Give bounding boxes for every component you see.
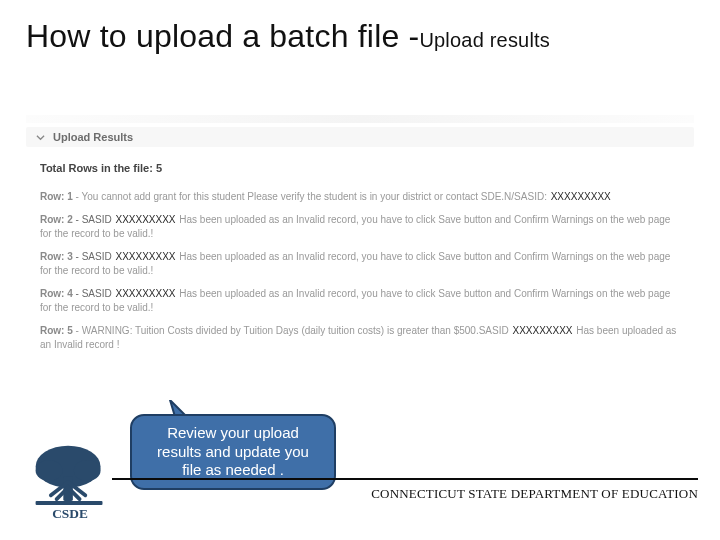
masked-id: XXXXXXXXX <box>114 214 176 225</box>
row-number: Row: 3 <box>40 251 73 262</box>
csde-logo: CSDE <box>22 438 118 524</box>
svg-point-1 <box>36 460 63 481</box>
row-number: Row: 5 <box>40 325 73 336</box>
title-dash: - <box>409 18 420 54</box>
row-text: - You cannot add grant for this student … <box>73 191 550 202</box>
masked-id: XXXXXXXXX <box>114 251 176 262</box>
slide: How to upload a batch file -Upload resul… <box>0 0 720 540</box>
panel-top-strip <box>26 115 694 123</box>
callout-text: Review your upload results and update yo… <box>146 424 320 480</box>
logo-label: CSDE <box>52 506 88 521</box>
row-text-a: - SASID <box>73 251 115 262</box>
title-sub: Upload results <box>419 29 550 51</box>
slide-title: How to upload a batch file -Upload resul… <box>26 18 550 55</box>
total-rows-label: Total Rows in the file: <box>40 162 153 174</box>
panel-heading: Upload Results <box>53 131 133 143</box>
masked-id: XXXXXXXXX <box>114 288 176 299</box>
masked-id: XXXXXXXXX <box>511 325 573 336</box>
title-main: How to upload a batch file <box>26 18 409 54</box>
footer-org: CONNECTICUT STATE DEPARTMENT OF EDUCATIO… <box>371 486 698 502</box>
result-row: Row: 1 - You cannot add grant for this s… <box>40 190 680 204</box>
row-number: Row: 4 <box>40 288 73 299</box>
chevron-down-icon <box>36 133 45 142</box>
row-text-a: - SASID <box>73 288 115 299</box>
masked-id: XXXXXXXXX <box>550 191 612 202</box>
row-number: Row: 1 <box>40 191 73 202</box>
total-rows-value: 5 <box>156 162 162 174</box>
footer-rule <box>112 478 698 480</box>
total-rows: Total Rows in the file: 5 <box>40 161 680 176</box>
result-row: Row: 3 - SASID XXXXXXXXX Has been upload… <box>40 250 680 277</box>
result-row: Row: 4 - SASID XXXXXXXXX Has been upload… <box>40 287 680 314</box>
row-text-a: - WARNING: Tuition Costs divided by Tuit… <box>73 325 512 336</box>
result-row: Row: 5 - WARNING: Tuition Costs divided … <box>40 324 680 351</box>
row-number: Row: 2 <box>40 214 73 225</box>
svg-rect-4 <box>36 501 103 505</box>
result-row: Row: 2 - SASID XXXXXXXXX Has been upload… <box>40 213 680 240</box>
panel-header: Upload Results <box>26 127 694 147</box>
row-text-a: - SASID <box>73 214 115 225</box>
panel-body: Total Rows in the file: 5 Row: 1 - You c… <box>26 147 694 371</box>
svg-point-2 <box>74 460 101 481</box>
upload-results-panel: Upload Results Total Rows in the file: 5… <box>26 115 694 371</box>
